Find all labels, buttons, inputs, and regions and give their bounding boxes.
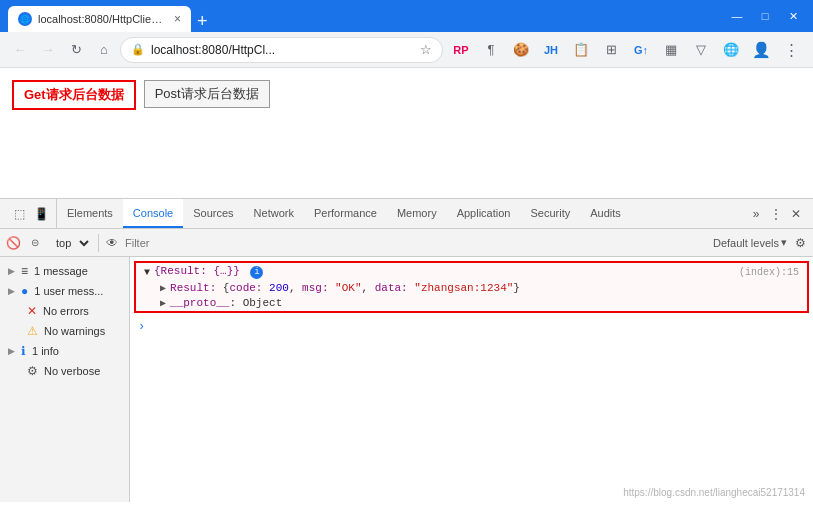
bookmark-icon[interactable]: ☆ <box>420 42 432 57</box>
devtools-tab-bar: ⬚ 📱 Elements Console Sources Network Per… <box>0 199 813 229</box>
active-tab[interactable]: 🌐 localhost:8080/HttpClientJson... × <box>8 6 191 32</box>
extension-icon-1[interactable]: RP <box>447 36 475 64</box>
console-toolbar: 🚫 ⊝ top 👁 Default levels ▾ ⚙ <box>0 229 813 257</box>
maximize-button[interactable]: □ <box>753 4 777 28</box>
default-levels-label: Default levels <box>713 237 779 249</box>
url-bar[interactable]: 🔒 localhost:8080/HttpCl... ☆ <box>120 37 443 63</box>
console-proto-line: ▶ __proto__: Object <box>144 296 799 309</box>
console-entry-result: ▼ {Result: {…}} i (index):15 ▶ Result: {… <box>134 261 809 313</box>
verbose-icon: ⚙ <box>27 364 38 378</box>
extension-toolbar: RP ¶ 🍪 JH 📋 ⊞ G↑ ▦ ▽ 🌐 👤 ⋮ <box>447 36 805 64</box>
sidebar-item-label: No warnings <box>44 325 105 337</box>
minimize-button[interactable]: — <box>725 4 749 28</box>
tab-network[interactable]: Network <box>244 199 304 228</box>
result-text: Result: {code: 200, msg: "OK", data: "zh… <box>170 282 799 294</box>
tab-sources[interactable]: Sources <box>183 199 243 228</box>
console-entry-main-line: ▼ {Result: {…}} i (index):15 <box>144 265 799 279</box>
sidebar-item-verbose[interactable]: ⚙ No verbose <box>0 361 129 381</box>
tab-console[interactable]: Console <box>123 199 183 228</box>
user-messages-icon: ● <box>21 284 28 298</box>
devtools-panel: ⬚ 📱 Elements Console Sources Network Per… <box>0 198 813 502</box>
preserve-log-icon[interactable]: ⊝ <box>26 234 44 252</box>
tab-performance[interactable]: Performance <box>304 199 387 228</box>
proto-text: __proto__: Object <box>170 297 799 309</box>
console-settings-icon[interactable]: ⚙ <box>791 234 809 252</box>
home-button[interactable]: ⌂ <box>92 38 116 62</box>
console-result-line: ▶ Result: {code: 200, msg: "OK", data: "… <box>144 281 799 294</box>
expand-icon: ▶ <box>8 286 15 296</box>
console-prompt[interactable]: › <box>130 317 813 337</box>
extension-icon-10[interactable]: 🌐 <box>717 36 745 64</box>
back-button[interactable]: ← <box>8 38 32 62</box>
sidebar-item-user-messages[interactable]: ▶ ● 1 user mess... <box>0 281 129 301</box>
sidebar-item-info[interactable]: ▶ ℹ 1 info <box>0 341 129 361</box>
account-icon[interactable]: 👤 <box>747 36 775 64</box>
expand-icon: ▶ <box>8 266 15 276</box>
devtools-close-icon[interactable]: ✕ <box>787 205 805 223</box>
tab-memory[interactable]: Memory <box>387 199 447 228</box>
sidebar-item-label: No errors <box>43 305 89 317</box>
tab-application[interactable]: Application <box>447 199 521 228</box>
tab-favicon: 🌐 <box>18 12 32 26</box>
sidebar-item-label: 1 user mess... <box>34 285 103 297</box>
get-request-button[interactable]: Get请求后台数据 <box>12 80 136 110</box>
close-button[interactable]: ✕ <box>781 4 805 28</box>
watermark: https://blog.csdn.net/lianghecai52171314 <box>623 487 805 498</box>
extension-icon-8[interactable]: ▦ <box>657 36 685 64</box>
default-levels-dropdown[interactable]: Default levels ▾ <box>713 236 787 249</box>
sidebar-item-label: 1 info <box>32 345 59 357</box>
clear-console-icon[interactable]: 🚫 <box>4 234 22 252</box>
sidebar-item-warnings[interactable]: ⚠ No warnings <box>0 321 129 341</box>
expand-icon: ▶ <box>8 346 15 356</box>
default-levels-arrow: ▾ <box>781 236 787 249</box>
extension-icon-7[interactable]: G↑ <box>627 36 655 64</box>
console-sidebar: ▶ ≡ 1 message ▶ ● 1 user mess... ✕ No er… <box>0 257 130 502</box>
console-output[interactable]: ▼ {Result: {…}} i (index):15 ▶ Result: {… <box>130 257 813 502</box>
sidebar-item-label: 1 message <box>34 265 88 277</box>
sidebar-item-all-messages[interactable]: ▶ ≡ 1 message <box>0 261 129 281</box>
console-context-select[interactable]: top <box>48 234 92 252</box>
refresh-button[interactable]: ↻ <box>64 38 88 62</box>
console-main-text: {Result: {…}} i <box>154 265 735 279</box>
inspect-element-icon[interactable]: ⬚ <box>10 205 28 223</box>
device-toggle-icon[interactable]: 📱 <box>32 205 50 223</box>
extension-icon-2[interactable]: ¶ <box>477 36 505 64</box>
messages-icon: ≡ <box>21 264 28 278</box>
page-content: Get请求后台数据 Post请求后台数据 <box>0 68 813 198</box>
devtools-right-icons: » ⋮ ✕ <box>743 205 809 223</box>
sidebar-item-errors[interactable]: ✕ No errors <box>0 301 129 321</box>
tab-audits[interactable]: Audits <box>580 199 631 228</box>
expand-arrow[interactable]: ▼ <box>144 267 150 278</box>
tab-security[interactable]: Security <box>520 199 580 228</box>
extension-icon-3[interactable]: 🍪 <box>507 36 535 64</box>
new-tab-button[interactable]: + <box>191 11 214 32</box>
address-bar: ← → ↻ ⌂ 🔒 localhost:8080/HttpCl... ☆ RP … <box>0 32 813 68</box>
console-toolbar-left: 🚫 ⊝ top <box>4 234 99 252</box>
errors-icon: ✕ <box>27 304 37 318</box>
menu-button[interactable]: ⋮ <box>777 36 805 64</box>
line-reference: (index):15 <box>739 267 799 278</box>
proto-expand-arrow[interactable]: ▶ <box>160 297 166 309</box>
window-controls: — □ ✕ <box>725 4 805 28</box>
warnings-icon: ⚠ <box>27 324 38 338</box>
devtools-body: ▶ ≡ 1 message ▶ ● 1 user mess... ✕ No er… <box>0 257 813 502</box>
extension-icon-5[interactable]: 📋 <box>567 36 595 64</box>
title-bar: 🌐 localhost:8080/HttpClientJson... × + —… <box>0 0 813 32</box>
forward-button[interactable]: → <box>36 38 60 62</box>
extension-icon-4[interactable]: JH <box>537 36 565 64</box>
sidebar-item-label: No verbose <box>44 365 100 377</box>
extension-icon-6[interactable]: ⊞ <box>597 36 625 64</box>
tab-elements[interactable]: Elements <box>57 199 123 228</box>
url-text: localhost:8080/HttpCl... <box>151 43 414 57</box>
eye-icon[interactable]: 👁 <box>103 234 121 252</box>
console-filter-input[interactable] <box>125 237 709 249</box>
extension-icon-9[interactable]: ▽ <box>687 36 715 64</box>
tab-close-button[interactable]: × <box>174 12 181 26</box>
devtools-left-toolbar: ⬚ 📱 <box>4 199 57 228</box>
result-expand-arrow[interactable]: ▶ <box>160 282 166 294</box>
more-tabs-icon[interactable]: » <box>747 205 765 223</box>
devtools-menu-icon[interactable]: ⋮ <box>767 205 785 223</box>
ssl-icon: 🔒 <box>131 43 145 56</box>
info-badge: i <box>250 266 263 279</box>
post-request-button[interactable]: Post请求后台数据 <box>144 80 270 108</box>
